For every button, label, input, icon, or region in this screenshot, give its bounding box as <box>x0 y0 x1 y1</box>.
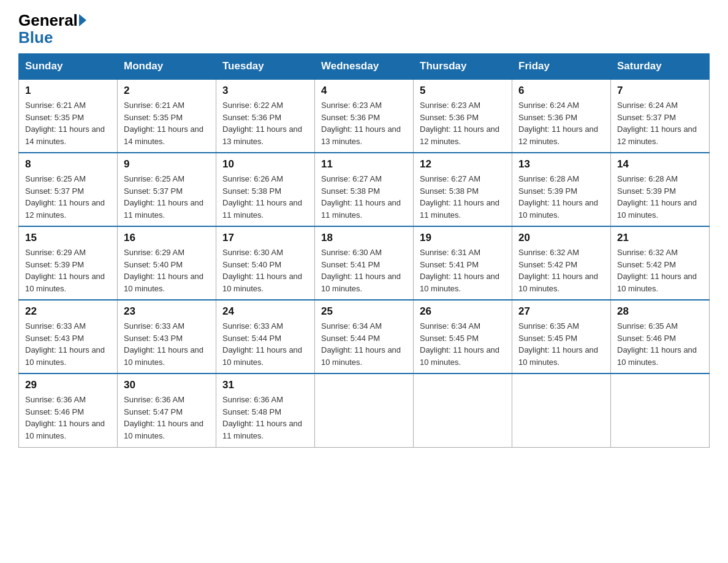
day-number: 24 <box>222 305 308 318</box>
day-info: Sunrise: 6:28 AMSunset: 5:39 PMDaylight:… <box>617 173 703 221</box>
calendar-cell: 11 Sunrise: 6:27 AMSunset: 5:38 PMDaylig… <box>315 153 414 226</box>
day-info: Sunrise: 6:27 AMSunset: 5:38 PMDaylight:… <box>420 173 506 221</box>
calendar-cell: 22 Sunrise: 6:33 AMSunset: 5:43 PMDaylig… <box>19 300 118 373</box>
day-number: 26 <box>420 305 506 318</box>
day-number: 16 <box>124 232 210 244</box>
day-number: 9 <box>124 158 210 170</box>
weekday-header-monday: Monday <box>118 54 216 80</box>
weekday-header-tuesday: Tuesday <box>216 54 315 80</box>
calendar-table: SundayMondayTuesdayWednesdayThursdayFrid… <box>18 53 710 448</box>
day-info: Sunrise: 6:26 AMSunset: 5:38 PMDaylight:… <box>222 173 308 221</box>
logo-general-text: General <box>18 12 78 28</box>
calendar-cell <box>611 373 710 447</box>
weekday-header-thursday: Thursday <box>414 54 512 80</box>
day-info: Sunrise: 6:24 AMSunset: 5:37 PMDaylight:… <box>617 99 703 147</box>
day-info: Sunrise: 6:23 AMSunset: 5:36 PMDaylight:… <box>420 99 506 147</box>
day-number: 22 <box>25 305 111 318</box>
day-number: 2 <box>124 85 210 97</box>
day-number: 30 <box>124 379 210 391</box>
calendar-cell <box>512 373 611 447</box>
calendar-cell: 25 Sunrise: 6:34 AMSunset: 5:44 PMDaylig… <box>315 300 414 373</box>
day-info: Sunrise: 6:29 AMSunset: 5:39 PMDaylight:… <box>25 247 111 294</box>
day-info: Sunrise: 6:35 AMSunset: 5:46 PMDaylight:… <box>617 320 703 368</box>
calendar-cell: 1 Sunrise: 6:21 AMSunset: 5:35 PMDayligh… <box>19 79 118 153</box>
weekday-header-wednesday: Wednesday <box>315 54 414 80</box>
day-number: 10 <box>222 158 308 170</box>
day-number: 8 <box>25 158 111 170</box>
page-header: General Blue <box>18 12 710 47</box>
day-number: 18 <box>321 232 407 244</box>
calendar-cell: 13 Sunrise: 6:28 AMSunset: 5:39 PMDaylig… <box>512 153 611 226</box>
calendar-cell: 26 Sunrise: 6:34 AMSunset: 5:45 PMDaylig… <box>414 300 512 373</box>
day-info: Sunrise: 6:32 AMSunset: 5:42 PMDaylight:… <box>518 247 604 294</box>
calendar-week-row: 1 Sunrise: 6:21 AMSunset: 5:35 PMDayligh… <box>19 79 710 153</box>
calendar-cell: 12 Sunrise: 6:27 AMSunset: 5:38 PMDaylig… <box>414 153 512 226</box>
logo: General Blue <box>18 12 88 47</box>
calendar-cell: 8 Sunrise: 6:25 AMSunset: 5:37 PMDayligh… <box>19 153 118 226</box>
day-info: Sunrise: 6:30 AMSunset: 5:41 PMDaylight:… <box>321 247 407 294</box>
day-info: Sunrise: 6:21 AMSunset: 5:35 PMDaylight:… <box>124 99 210 147</box>
calendar-cell: 5 Sunrise: 6:23 AMSunset: 5:36 PMDayligh… <box>414 79 512 153</box>
day-number: 5 <box>420 85 506 97</box>
calendar-cell: 19 Sunrise: 6:31 AMSunset: 5:41 PMDaylig… <box>414 226 512 300</box>
calendar-cell: 24 Sunrise: 6:33 AMSunset: 5:44 PMDaylig… <box>216 300 315 373</box>
calendar-week-row: 15 Sunrise: 6:29 AMSunset: 5:39 PMDaylig… <box>19 226 710 300</box>
day-number: 21 <box>617 232 703 244</box>
day-info: Sunrise: 6:32 AMSunset: 5:42 PMDaylight:… <box>617 247 703 294</box>
calendar-cell: 16 Sunrise: 6:29 AMSunset: 5:40 PMDaylig… <box>118 226 216 300</box>
day-number: 17 <box>222 232 308 244</box>
day-number: 31 <box>222 379 308 391</box>
calendar-cell: 17 Sunrise: 6:30 AMSunset: 5:40 PMDaylig… <box>216 226 315 300</box>
calendar-week-row: 8 Sunrise: 6:25 AMSunset: 5:37 PMDayligh… <box>19 153 710 226</box>
day-info: Sunrise: 6:21 AMSunset: 5:35 PMDaylight:… <box>25 99 111 147</box>
calendar-cell: 20 Sunrise: 6:32 AMSunset: 5:42 PMDaylig… <box>512 226 611 300</box>
day-info: Sunrise: 6:31 AMSunset: 5:41 PMDaylight:… <box>420 247 506 294</box>
day-info: Sunrise: 6:25 AMSunset: 5:37 PMDaylight:… <box>25 173 111 221</box>
day-info: Sunrise: 6:22 AMSunset: 5:36 PMDaylight:… <box>222 99 308 147</box>
calendar-cell: 3 Sunrise: 6:22 AMSunset: 5:36 PMDayligh… <box>216 79 315 153</box>
day-info: Sunrise: 6:29 AMSunset: 5:40 PMDaylight:… <box>124 247 210 294</box>
calendar-cell: 9 Sunrise: 6:25 AMSunset: 5:37 PMDayligh… <box>118 153 216 226</box>
day-info: Sunrise: 6:23 AMSunset: 5:36 PMDaylight:… <box>321 99 407 147</box>
calendar-cell: 10 Sunrise: 6:26 AMSunset: 5:38 PMDaylig… <box>216 153 315 226</box>
calendar-week-row: 29 Sunrise: 6:36 AMSunset: 5:46 PMDaylig… <box>19 373 710 447</box>
calendar-cell: 15 Sunrise: 6:29 AMSunset: 5:39 PMDaylig… <box>19 226 118 300</box>
day-number: 15 <box>25 232 111 244</box>
logo-blue-text: Blue <box>18 28 53 47</box>
day-info: Sunrise: 6:33 AMSunset: 5:43 PMDaylight:… <box>124 320 210 368</box>
day-number: 27 <box>518 305 604 318</box>
calendar-cell: 29 Sunrise: 6:36 AMSunset: 5:46 PMDaylig… <box>19 373 118 447</box>
day-info: Sunrise: 6:33 AMSunset: 5:43 PMDaylight:… <box>25 320 111 368</box>
calendar-cell: 28 Sunrise: 6:35 AMSunset: 5:46 PMDaylig… <box>611 300 710 373</box>
day-info: Sunrise: 6:36 AMSunset: 5:48 PMDaylight:… <box>222 394 308 442</box>
day-info: Sunrise: 6:35 AMSunset: 5:45 PMDaylight:… <box>518 320 604 368</box>
day-info: Sunrise: 6:34 AMSunset: 5:44 PMDaylight:… <box>321 320 407 368</box>
day-info: Sunrise: 6:24 AMSunset: 5:36 PMDaylight:… <box>518 99 604 147</box>
calendar-cell: 6 Sunrise: 6:24 AMSunset: 5:36 PMDayligh… <box>512 79 611 153</box>
day-info: Sunrise: 6:33 AMSunset: 5:44 PMDaylight:… <box>222 320 308 368</box>
day-number: 6 <box>518 85 604 97</box>
calendar-cell: 14 Sunrise: 6:28 AMSunset: 5:39 PMDaylig… <box>611 153 710 226</box>
day-info: Sunrise: 6:30 AMSunset: 5:40 PMDaylight:… <box>222 247 308 294</box>
day-number: 13 <box>518 158 604 170</box>
day-number: 1 <box>25 85 111 97</box>
day-number: 4 <box>321 85 407 97</box>
calendar-cell: 7 Sunrise: 6:24 AMSunset: 5:37 PMDayligh… <box>611 79 710 153</box>
day-number: 25 <box>321 305 407 318</box>
day-number: 12 <box>420 158 506 170</box>
weekday-header-sunday: Sunday <box>19 54 118 80</box>
logo-arrow-icon <box>79 14 86 26</box>
calendar-cell: 30 Sunrise: 6:36 AMSunset: 5:47 PMDaylig… <box>118 373 216 447</box>
calendar-cell <box>315 373 414 447</box>
calendar-week-row: 22 Sunrise: 6:33 AMSunset: 5:43 PMDaylig… <box>19 300 710 373</box>
day-number: 19 <box>420 232 506 244</box>
day-info: Sunrise: 6:36 AMSunset: 5:46 PMDaylight:… <box>25 394 111 442</box>
weekday-header-friday: Friday <box>512 54 611 80</box>
weekday-header-saturday: Saturday <box>611 54 710 80</box>
calendar-cell: 23 Sunrise: 6:33 AMSunset: 5:43 PMDaylig… <box>118 300 216 373</box>
day-info: Sunrise: 6:27 AMSunset: 5:38 PMDaylight:… <box>321 173 407 221</box>
day-number: 7 <box>617 85 703 97</box>
calendar-cell <box>414 373 512 447</box>
day-number: 11 <box>321 158 407 170</box>
calendar-cell: 4 Sunrise: 6:23 AMSunset: 5:36 PMDayligh… <box>315 79 414 153</box>
